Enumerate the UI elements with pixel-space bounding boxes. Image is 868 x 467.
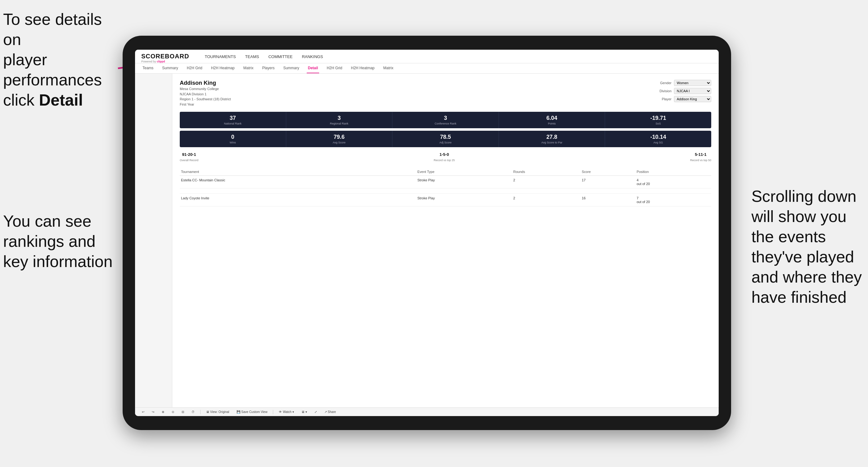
tablet-screen: SCOREBOARD Powered by clippd TOURNAMENTS… [135, 50, 719, 416]
player-label: Player [654, 97, 672, 101]
position-2: 7out of 20 [636, 194, 711, 207]
toolbar-minus[interactable]: ⊟ [180, 410, 186, 414]
toolbar-undo[interactable]: ↩ [140, 410, 146, 414]
tournament-name-3: Lady Coyote Invite [180, 194, 404, 207]
control-division: Division NJCAA I NJCAA II [654, 88, 711, 94]
stat-adj-score: 78.5 Adj Score [393, 131, 499, 147]
division-label: Division [654, 89, 672, 93]
nav-rankings[interactable]: RANKINGS [302, 54, 323, 61]
toolbar-save-custom[interactable]: 💾 Save Custom View [235, 410, 269, 414]
tournament-empty-1 [404, 176, 416, 188]
division-select[interactable]: NJCAA I NJCAA II [674, 88, 711, 94]
subnav-teams[interactable]: Teams [141, 63, 155, 73]
annotation-topleft: To see details on player performances cl… [3, 9, 121, 110]
player-college: Mesa Community College [180, 86, 231, 92]
logo-scoreboard: SCOREBOARD [141, 53, 189, 60]
control-player: Player Addison King [654, 96, 711, 102]
rounds-2: 2 [512, 194, 581, 207]
stat-regional-rank-value: 3 [288, 115, 391, 121]
score-1: 17 [581, 176, 636, 188]
annotation-line1: To see details on [3, 10, 102, 49]
col-event-type: Event Type [416, 168, 512, 176]
player-controls: Gender Women Men Division NJCAA I NJCAA … [654, 80, 711, 107]
stat-national-rank: 37 National Rank [180, 112, 286, 128]
player-header: Addison King Mesa Community College NJCA… [180, 80, 711, 107]
toolbar-view-original[interactable]: 🖥 View: Original [204, 410, 231, 414]
subnav-detail[interactable]: Detail [307, 63, 319, 73]
record-top50-value: 5-11-1 [690, 152, 711, 157]
toolbar-divider2 [273, 410, 273, 414]
table-row [180, 188, 711, 194]
subnav-summary[interactable]: Summary [161, 63, 179, 73]
control-gender: Gender Women Men [654, 80, 711, 86]
position-empty [636, 188, 711, 194]
toolbar-view[interactable]: ⊙ [170, 410, 176, 414]
subnav-h2h-grid[interactable]: H2H Grid [186, 63, 204, 73]
stat-sos: -19.71 SoS [605, 112, 711, 128]
toolbar-watch[interactable]: 👁 Watch ▾ [277, 410, 296, 414]
toolbar-timer[interactable]: ⏱ [190, 410, 196, 414]
table-header-row: Tournament Event Type Rounds Score Posit… [180, 168, 711, 176]
score-2: 16 [581, 194, 636, 207]
stat-adj-score-value: 78.5 [394, 134, 497, 141]
player-select[interactable]: Addison King [674, 96, 711, 102]
event-type-1: Stroke Play [416, 176, 512, 188]
stat-avg-score-value: 79.6 [288, 134, 391, 141]
toolbar-share[interactable]: ↗ Share [322, 410, 338, 414]
record-top25-label: Record vs top 25 [434, 159, 455, 162]
subnav-matrix2[interactable]: Matrix [382, 63, 395, 73]
position-1: 4out of 20 [636, 176, 711, 188]
record-top25-value: 1-5-0 [434, 152, 455, 157]
records-row: 91-20-1 Overall Record 1-5-0 Record vs t… [180, 150, 711, 165]
event-type-empty [416, 188, 512, 194]
toolbar-divider1 [200, 410, 200, 414]
gender-select[interactable]: Women Men [674, 80, 711, 86]
toolbar-expand[interactable]: ⤢ [313, 410, 319, 414]
stat-avg-sg: -10.14 Avg SG [605, 131, 711, 147]
stat-avg-score-par-label: Avg Score to Par [501, 141, 603, 144]
stat-points-label: Points [501, 122, 603, 125]
subnav-matrix[interactable]: Matrix [242, 63, 255, 73]
subnav-h2h-heatmap[interactable]: H2H Heatmap [210, 63, 236, 73]
stats-grid-row2: 0 Wins 79.6 Avg Score 78.5 Adj Score 27.… [180, 131, 711, 147]
top-nav: SCOREBOARD Powered by clippd TOURNAMENTS… [135, 50, 719, 63]
stat-conference-rank-value: 3 [394, 115, 497, 121]
record-overall-value: 91-20-1 [180, 152, 198, 157]
stat-avg-sg-label: Avg SG [607, 141, 709, 144]
stat-points-value: 6.04 [501, 115, 603, 121]
toolbar-add[interactable]: ⊕ [160, 410, 166, 414]
annotation-line2: player performances [3, 51, 102, 89]
rounds-empty [512, 188, 581, 194]
stat-regional-rank: 3 Regional Rank [286, 112, 393, 128]
subnav-players[interactable]: Players [261, 63, 276, 73]
stat-avg-score-par-value: 27.8 [501, 134, 603, 141]
nav-tournaments[interactable]: TOURNAMENTS [205, 54, 236, 61]
nav-committee[interactable]: COMMITTEE [268, 54, 292, 61]
bottom-toolbar: ↩ ↪ ⊕ ⊙ ⊟ ⏱ 🖥 View: Original 💾 Save Cust… [135, 407, 719, 416]
logo-area: SCOREBOARD Powered by clippd [141, 53, 189, 63]
score-empty [581, 188, 636, 194]
toolbar-redo[interactable]: ↪ [150, 410, 156, 414]
toolbar-display[interactable]: 🖥 ▾ [300, 410, 309, 414]
stat-sos-value: -19.71 [607, 115, 709, 121]
rounds-1: 2 [512, 176, 581, 188]
nav-teams[interactable]: TEAMS [245, 54, 259, 61]
logo-brand: clippd [157, 60, 165, 63]
subnav-h2h-grid2[interactable]: H2H Grid [326, 63, 343, 73]
record-top50-label: Record vs top 50 [690, 159, 711, 162]
logo-powered: Powered by clippd [141, 60, 189, 63]
tournament-table: Tournament Event Type Rounds Score Posit… [180, 168, 711, 207]
stat-national-rank-value: 37 [182, 115, 284, 121]
stat-points: 6.04 Points [499, 112, 606, 128]
event-type-2: Stroke Play [416, 194, 512, 207]
subnav-h2h-heatmap2[interactable]: H2H Heatmap [349, 63, 376, 73]
record-top50: 5-11-1 Record vs top 50 [690, 152, 711, 162]
annotation-r3: the events [751, 227, 826, 246]
col-position: Position [636, 168, 711, 176]
subnav-summary2[interactable]: Summary [282, 63, 300, 73]
annotation-r6: have finished [751, 288, 846, 306]
sub-nav: Teams Summary H2H Grid H2H Heatmap Matri… [135, 63, 719, 73]
tablet-frame: SCOREBOARD Powered by clippd TOURNAMENTS… [123, 36, 731, 430]
player-region: Region 1 - Southwest (18) District [180, 97, 231, 102]
annotation-bl3: key information [3, 252, 113, 271]
